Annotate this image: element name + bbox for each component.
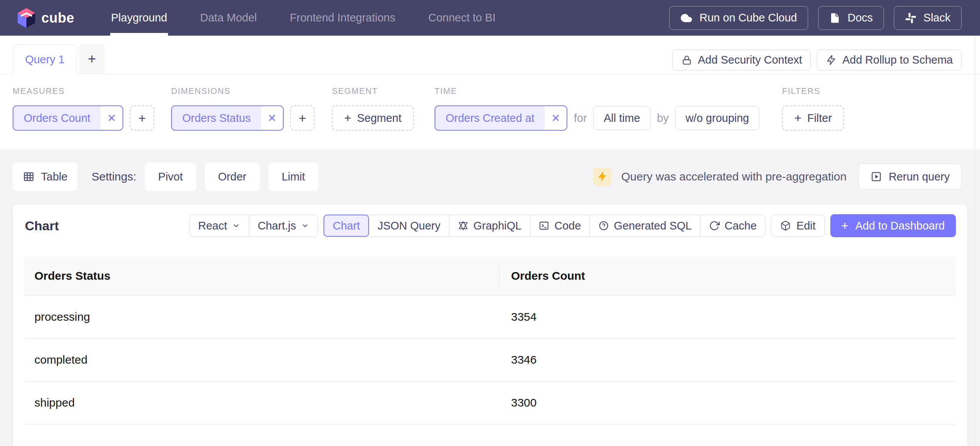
tab-graphiql[interactable]: GraphiQL <box>449 215 530 236</box>
dimension-chip-label[interactable]: Orders Status <box>172 106 261 130</box>
library-select[interactable]: Chart.js <box>249 215 318 236</box>
dimensions-section: DIMENSIONS Orders Status ✕ + <box>171 86 315 131</box>
nav-item-data-model[interactable]: Data Model <box>200 0 257 36</box>
edit-label: Edit <box>797 220 816 232</box>
tab-chart[interactable]: Chart <box>323 215 369 237</box>
pivot-button[interactable]: Pivot <box>145 162 196 191</box>
for-word: for <box>574 112 587 125</box>
table-row: completed 3346 <box>24 338 956 381</box>
box-icon <box>780 220 791 231</box>
terminal-icon <box>539 220 549 231</box>
add-dimension-button[interactable]: + <box>290 105 315 131</box>
table-grid-icon <box>23 171 34 182</box>
brand[interactable]: cube <box>18 8 74 28</box>
measures-label: MEASURES <box>13 86 154 96</box>
measure-chip-label[interactable]: Orders Count <box>13 106 101 130</box>
settings-bar: Table Settings: Pivot Order Limit Query … <box>13 162 962 191</box>
tab-generated-sql-label: Generated SQL <box>614 220 692 232</box>
time-chip-label[interactable]: Orders Created at <box>435 106 545 130</box>
chart-toolbar: React Chart.js Cha <box>189 214 956 237</box>
column-header-orders-status: Orders Status <box>24 269 499 282</box>
acceleration-message: Query was accelerated with pre-aggregati… <box>621 170 847 183</box>
schema-actions: Add Security Context Add Rollup to Schem… <box>673 49 962 71</box>
cell-orders-status: shipped <box>24 396 499 409</box>
limit-button[interactable]: Limit <box>268 162 318 191</box>
scrollbar[interactable] <box>975 36 975 446</box>
slack-label: Slack <box>923 11 951 24</box>
column-header-orders-count: Orders Count <box>499 269 956 282</box>
edit-button[interactable]: Edit <box>771 215 825 237</box>
graphql-icon <box>458 220 469 231</box>
dimensions-label: DIMENSIONS <box>171 86 315 96</box>
time-label: TIME <box>434 86 760 96</box>
add-rollup-to-schema-label: Add Rollup to Schema <box>842 54 953 66</box>
slack-button[interactable]: Slack <box>894 6 962 30</box>
rerun-query-label: Rerun query <box>889 171 950 183</box>
cell-orders-count: 3346 <box>499 353 956 366</box>
measure-chip-orders-count[interactable]: Orders Count ✕ <box>13 105 123 131</box>
filters-label: FILTERS <box>782 86 844 96</box>
library-value: Chart.js <box>258 220 296 232</box>
tab-graphiql-label: GraphiQL <box>474 220 522 232</box>
framework-select[interactable]: React <box>190 215 249 236</box>
chart-type-table-button[interactable]: Table <box>13 162 78 191</box>
top-nav: cube Playground Data Model Frontend Inte… <box>0 0 980 36</box>
add-filter-label: Filter <box>807 112 832 125</box>
add-security-context-button[interactable]: Add Security Context <box>673 49 811 71</box>
tab-cache-label: Cache <box>725 220 757 232</box>
tab-json-query[interactable]: JSON Query <box>369 215 449 236</box>
time-section: TIME Orders Created at ✕ for All time by… <box>434 86 760 131</box>
run-on-cube-cloud-button[interactable]: Run on Cube Cloud <box>669 6 808 30</box>
nav-links: Playground Data Model Frontend Integrati… <box>111 0 495 36</box>
panel-title: Chart <box>25 218 59 233</box>
acceleration-status: Query was accelerated with pre-aggregati… <box>593 164 962 190</box>
run-on-cube-cloud-label: Run on Cube Cloud <box>699 11 797 24</box>
lightning-outline-icon <box>826 55 836 66</box>
tab-code[interactable]: Code <box>530 215 589 236</box>
playground-page: cube Playground Data Model Frontend Inte… <box>0 0 980 446</box>
remove-time-icon[interactable]: ✕ <box>545 106 567 130</box>
dimension-chip-orders-status[interactable]: Orders Status ✕ <box>171 105 284 131</box>
time-chip-orders-created-at[interactable]: Orders Created at ✕ <box>434 105 567 131</box>
result-view-tabs: Chart JSON Query GraphiQL <box>323 215 765 237</box>
chevron-down-icon <box>301 221 309 230</box>
cell-orders-status: completed <box>24 353 499 366</box>
date-range-button[interactable]: All time <box>593 106 650 130</box>
results-table: Orders Status Orders Count processing 33… <box>24 257 956 425</box>
nav-actions: Run on Cube Cloud Docs <box>669 6 962 30</box>
settings-label: Settings: <box>91 170 136 183</box>
slack-icon <box>905 12 916 24</box>
tab-generated-sql[interactable]: Generated SQL <box>590 215 700 236</box>
lightning-filled-icon <box>597 171 608 182</box>
cube-logo-icon <box>18 8 35 28</box>
add-measure-button[interactable]: + <box>130 105 154 131</box>
plus-icon: + <box>841 219 849 233</box>
column-divider[interactable] <box>499 265 500 287</box>
rerun-query-button[interactable]: Rerun query <box>859 164 962 190</box>
tab-query-1[interactable]: Query 1 <box>13 44 77 74</box>
nav-item-frontend-integrations[interactable]: Frontend Integrations <box>290 0 395 36</box>
add-filter-button[interactable]: + Filter <box>782 105 844 131</box>
add-to-dashboard-button[interactable]: + Add to Dashboard <box>830 214 956 237</box>
add-segment-button[interactable]: + Segment <box>332 105 414 131</box>
add-query-tab-button[interactable]: + <box>79 44 105 74</box>
cell-orders-status: processing <box>24 310 499 323</box>
docs-label: Docs <box>848 11 873 24</box>
add-rollup-to-schema-button[interactable]: Add Rollup to Schema <box>817 49 962 71</box>
nav-item-playground[interactable]: Playground <box>111 0 167 36</box>
remove-dimension-icon[interactable]: ✕ <box>261 106 283 130</box>
docs-button[interactable]: Docs <box>818 6 884 30</box>
tab-cache[interactable]: Cache <box>700 215 765 236</box>
order-button[interactable]: Order <box>205 162 260 191</box>
chart-panel-header: Chart React Chart.js <box>13 204 967 246</box>
add-to-dashboard-label: Add to Dashboard <box>855 220 945 232</box>
remove-measure-icon[interactable]: ✕ <box>101 106 122 130</box>
query-builder: MEASURES Orders Count ✕ + DIMENSIONS Ord… <box>0 74 980 149</box>
nav-item-connect-to-bi[interactable]: Connect to BI <box>428 0 496 36</box>
add-security-context-label: Add Security Context <box>698 54 802 66</box>
by-word: by <box>657 112 669 125</box>
plus-icon: + <box>794 111 802 125</box>
chevron-down-icon <box>232 221 240 230</box>
granularity-button[interactable]: w/o grouping <box>675 106 760 130</box>
table-header-row: Orders Status Orders Count <box>24 257 956 295</box>
